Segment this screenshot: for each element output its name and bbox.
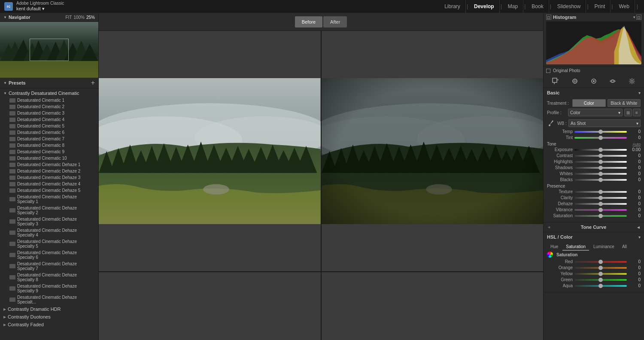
list-item[interactable]: Desaturated Cinematic 8 xyxy=(0,142,98,149)
list-item[interactable]: Desaturated Cinematic 10 xyxy=(0,155,98,161)
treatment-bw-button[interactable]: Black & White xyxy=(608,99,641,107)
tint-slider[interactable] xyxy=(574,137,627,139)
tab-saturation[interactable]: Saturation xyxy=(562,243,589,251)
zoom-100[interactable]: 100% xyxy=(73,15,85,20)
profile-select[interactable]: Color ▾ xyxy=(568,109,623,116)
basic-section-header[interactable]: Basic ▾ xyxy=(544,88,644,97)
yellow-thumb[interactable] xyxy=(598,272,603,276)
tone-auto-button[interactable]: Auto xyxy=(632,142,641,146)
clarity-slider[interactable] xyxy=(574,197,627,199)
tone-curve-header[interactable]: ◄ Tone Curve ◄ xyxy=(544,222,644,232)
profile-menu-button[interactable]: ≡ xyxy=(633,109,641,116)
whites-thumb[interactable] xyxy=(598,172,603,176)
tab-hue[interactable]: Hue xyxy=(547,243,562,251)
histogram-corner-tl[interactable]: ⊡ xyxy=(546,15,551,20)
temp-thumb[interactable] xyxy=(598,130,603,134)
zoom-25[interactable]: 25% xyxy=(86,15,95,20)
treatment-color-button[interactable]: Color xyxy=(572,99,606,107)
orange-slider[interactable] xyxy=(574,267,627,269)
list-item[interactable]: Desaturated Cinematic Dehaze Specialty 4 xyxy=(0,227,98,238)
add-preset-button[interactable]: + xyxy=(91,79,95,86)
list-item[interactable]: Desaturated Cinematic Dehaze 4 xyxy=(0,181,98,187)
list-item[interactable]: Desaturated Cinematic Dehaze Specialty 6 xyxy=(0,249,98,261)
navigator-header[interactable]: ▼ Navigator FIT 100% 25% xyxy=(0,13,98,22)
histogram-expand-icon[interactable]: ▾ xyxy=(633,15,635,19)
list-item[interactable]: Desaturated Cinematic 1 xyxy=(0,97,98,103)
yellow-slider[interactable] xyxy=(574,273,627,275)
hsl-expand-icon[interactable]: ▾ xyxy=(638,235,641,240)
list-item[interactable]: Desaturated Cinematic Dehaze Specialty 7 xyxy=(0,261,98,272)
list-item[interactable]: Desaturated Cinematic 9 xyxy=(0,149,98,155)
original-photo-checkbox[interactable] xyxy=(546,69,550,73)
basic-expand-icon[interactable]: ▾ xyxy=(638,91,641,95)
exposure-slider[interactable] xyxy=(574,149,627,151)
list-item[interactable]: Desaturated Cinematic Dehaze Specialty 8 xyxy=(0,272,98,283)
contrast-slider[interactable] xyxy=(574,155,627,157)
nav-book[interactable]: Book xyxy=(526,0,549,13)
nav-web[interactable]: Web xyxy=(614,0,635,13)
list-item[interactable]: Desaturated Cinematic Dehaze Specialt... xyxy=(0,294,98,305)
blacks-slider[interactable] xyxy=(574,179,627,181)
wb-select[interactable]: As Shot ▾ xyxy=(568,119,641,127)
list-item[interactable]: Desaturated Cinematic 7 xyxy=(0,136,98,142)
red-thumb[interactable] xyxy=(598,260,603,264)
zoom-fit[interactable]: FIT xyxy=(65,15,72,20)
settings-tool-icon[interactable] xyxy=(627,76,637,86)
texture-thumb[interactable] xyxy=(598,190,603,194)
profile-grid-button[interactable]: ⊞ xyxy=(624,109,632,116)
aqua-slider[interactable] xyxy=(574,285,627,287)
list-item[interactable]: Desaturated Cinematic Dehaze Specialty 3 xyxy=(0,216,98,227)
nav-library[interactable]: Library xyxy=(439,0,466,13)
preset-group-dramatic-hdr[interactable]: ▶ Contrastly Dramatic HDR xyxy=(0,305,98,313)
highlights-thumb[interactable] xyxy=(598,160,603,164)
vibrance-slider[interactable] xyxy=(574,209,627,211)
tone-curve-expand-icon[interactable]: ◄ xyxy=(636,225,641,230)
tint-thumb[interactable] xyxy=(598,136,603,140)
list-item[interactable]: Desaturated Cinematic Dehaze Specialty 2 xyxy=(0,205,98,216)
wb-eyedropper-tool[interactable] xyxy=(547,119,556,128)
list-item[interactable]: Desaturated Cinematic 4 xyxy=(0,116,98,123)
texture-slider[interactable] xyxy=(574,191,627,193)
crop-tool-icon[interactable] xyxy=(551,76,560,86)
dehaze-thumb[interactable] xyxy=(598,202,603,206)
highlights-slider[interactable] xyxy=(574,161,627,163)
preset-group-duotones[interactable]: ▶ Contrastly Duotones xyxy=(0,313,98,321)
list-item[interactable]: Desaturated Cinematic Dehaze Specialty 9 xyxy=(0,283,98,294)
nav-develop[interactable]: Develop xyxy=(469,0,500,13)
list-item[interactable]: Desaturated Cinematic 5 xyxy=(0,123,98,129)
histogram-corner-tr[interactable]: ⊡ xyxy=(636,15,641,20)
redeye-tool-icon[interactable] xyxy=(608,76,617,86)
green-slider[interactable] xyxy=(574,279,627,281)
saturation-slider[interactable] xyxy=(574,215,627,217)
list-item[interactable]: Desaturated Cinematic Dehaze Specialty 5 xyxy=(0,238,98,249)
heal-tool-icon[interactable] xyxy=(570,76,580,86)
orange-thumb[interactable] xyxy=(598,266,603,270)
hsl-color-wheel-icon[interactable] xyxy=(547,252,553,258)
whites-slider[interactable] xyxy=(574,173,627,175)
before-button[interactable]: Before xyxy=(295,16,322,27)
presets-list[interactable]: ▼ Contrastly Desaturated Cinematic Desat… xyxy=(0,88,98,340)
tab-all[interactable]: All xyxy=(619,243,630,251)
shadows-slider[interactable] xyxy=(574,167,627,169)
green-thumb[interactable] xyxy=(598,278,603,282)
list-item[interactable]: Desaturated Cinematic Dehaze 3 xyxy=(0,174,98,181)
tab-luminance[interactable]: Luminance xyxy=(590,243,618,251)
list-item[interactable]: Desaturated Cinematic Dehaze 2 xyxy=(0,168,98,174)
nav-print[interactable]: Print xyxy=(589,0,611,13)
saturation-thumb[interactable] xyxy=(598,214,603,218)
vibrance-thumb[interactable] xyxy=(598,208,603,212)
list-item[interactable]: Desaturated Cinematic Dehaze Specialty 1 xyxy=(0,194,98,205)
shadows-thumb[interactable] xyxy=(598,166,603,170)
preset-group-desaturated-cinematic[interactable]: ▼ Contrastly Desaturated Cinematic xyxy=(0,89,98,97)
list-item[interactable]: Desaturated Cinematic 2 xyxy=(0,103,98,110)
exposure-thumb[interactable] xyxy=(598,148,603,152)
after-button[interactable]: After xyxy=(323,16,347,27)
mask-tool-icon[interactable] xyxy=(589,76,598,86)
list-item[interactable]: Desaturated Cinematic 6 xyxy=(0,129,98,136)
nav-slideshow[interactable]: Slideshow xyxy=(552,0,586,13)
list-item[interactable]: Desaturated Cinematic Dehaze 1 xyxy=(0,161,98,168)
red-slider[interactable] xyxy=(574,261,627,263)
aqua-thumb[interactable] xyxy=(598,284,603,288)
preset-group-faded[interactable]: ▶ Contrastly Faded xyxy=(0,321,98,328)
blacks-thumb[interactable] xyxy=(598,178,603,182)
